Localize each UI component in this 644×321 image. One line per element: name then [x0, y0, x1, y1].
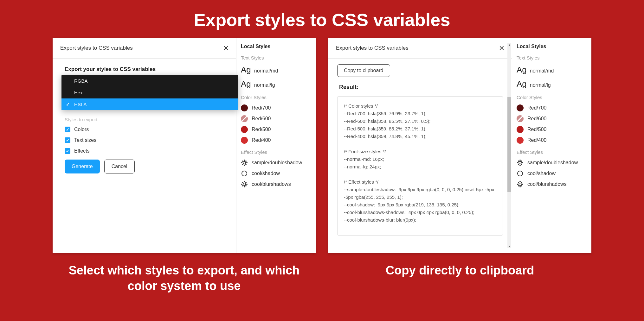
- scrollbar-thumb[interactable]: [507, 97, 511, 192]
- dropdown-option-hex[interactable]: Hex: [61, 87, 238, 98]
- checkbox-textsizes[interactable]: ✓: [65, 137, 70, 143]
- styles-to-export-label: Styles to export: [65, 117, 224, 122]
- color-style-item[interactable]: Red/400: [241, 137, 311, 144]
- plugin-modal-right: Export styles to CSS variables × Copy to…: [328, 38, 512, 253]
- color-style-item[interactable]: Red/600: [241, 115, 311, 122]
- color-styles-label: Color Styles: [241, 95, 311, 100]
- ag-icon: Ag: [517, 79, 527, 89]
- scrollbar-track[interactable]: ▴ ▾: [507, 43, 511, 248]
- left-caption: Select which styles to export, and which…: [54, 263, 314, 294]
- effect-style-label: cool/blurshadows: [527, 181, 567, 187]
- effect-style-label: cool/shadow: [252, 171, 280, 176]
- generate-button[interactable]: Generate: [65, 160, 100, 173]
- color-swatch: [517, 137, 524, 144]
- color-style-label: Red/600: [252, 116, 271, 122]
- color-style-item[interactable]: Red/400: [517, 137, 587, 144]
- checkbox-effects[interactable]: ✓: [65, 148, 70, 154]
- effect-styles-label: Effect Styles: [241, 149, 311, 155]
- checkbox-colors-row[interactable]: ✓ Colors: [65, 127, 224, 132]
- text-styles-label: Text Styles: [517, 55, 587, 60]
- color-style-label: Red/700: [527, 105, 547, 111]
- dropdown-option-rgba[interactable]: RGBA: [61, 75, 238, 87]
- color-style-item[interactable]: Red/500: [517, 126, 587, 133]
- color-style-label: Red/500: [527, 127, 547, 132]
- scroll-up-icon[interactable]: ▴: [507, 43, 511, 47]
- text-style-label: normal/lg: [254, 82, 275, 88]
- color-swatch: [517, 126, 524, 133]
- sun-icon: [241, 159, 248, 166]
- text-style-label: normal/md: [254, 68, 278, 74]
- sidebar-heading: Local Styles: [241, 44, 311, 49]
- sun-icon: [517, 159, 524, 166]
- close-icon[interactable]: ×: [499, 44, 504, 53]
- color-styles-label: Color Styles: [517, 95, 587, 100]
- scroll-down-icon[interactable]: ▾: [507, 244, 511, 248]
- effect-style-label: cool/shadow: [527, 171, 556, 176]
- ag-icon: Ag: [517, 65, 527, 75]
- dropdown-option-hsla[interactable]: HSLA: [61, 98, 238, 110]
- ag-icon: Ag: [241, 65, 251, 75]
- page-title: Export styles to CSS variables: [0, 0, 644, 38]
- text-style-item[interactable]: Agnormal/lg: [517, 79, 587, 89]
- color-style-item[interactable]: Red/600: [517, 115, 587, 122]
- color-swatch: [241, 137, 248, 144]
- sun-icon: [241, 181, 248, 188]
- sun-icon: [517, 181, 524, 188]
- effect-style-label: sample/doubleshadow: [527, 160, 578, 166]
- effect-style-item[interactable]: sample/doubleshadow: [241, 159, 311, 166]
- checkbox-effects-label: Effects: [74, 148, 90, 154]
- color-style-label: Red/500: [252, 127, 271, 132]
- local-styles-sidebar: Local Styles Text Styles Agnormal/md Agn…: [236, 38, 316, 253]
- ring-icon: [241, 170, 248, 177]
- color-swatch: [241, 115, 248, 122]
- effect-style-item[interactable]: cool/shadow: [241, 170, 311, 177]
- text-style-label: normal/lg: [530, 82, 551, 88]
- color-style-label: Red/600: [527, 116, 547, 122]
- checkbox-colors[interactable]: ✓: [65, 127, 70, 132]
- ring-icon: [517, 170, 524, 177]
- effect-style-item[interactable]: cool/blurshadows: [241, 181, 311, 188]
- effect-styles-label: Effect Styles: [517, 149, 587, 155]
- plugin-modal-left: Export styles to CSS variables × Export …: [53, 38, 236, 253]
- result-label: Result:: [339, 84, 503, 91]
- checkbox-textsizes-label: Text sizes: [74, 137, 96, 143]
- text-style-item[interactable]: Agnormal/lg: [241, 79, 311, 89]
- sidebar-heading: Local Styles: [517, 44, 587, 49]
- local-styles-sidebar: Local Styles Text Styles Agnormal/md Agn…: [512, 38, 591, 253]
- effect-style-item[interactable]: sample/doubleshadow: [517, 159, 587, 166]
- color-format-dropdown[interactable]: RGBA Hex HSLA: [61, 75, 238, 110]
- color-style-item[interactable]: Red/700: [517, 104, 587, 111]
- ag-icon: Ag: [241, 79, 251, 89]
- modal-title: Export styles to CSS variables: [60, 45, 133, 51]
- color-style-label: Red/400: [527, 137, 547, 143]
- left-panel: Export styles to CSS variables × Export …: [53, 38, 316, 253]
- text-style-label: normal/md: [530, 68, 554, 74]
- color-swatch: [241, 104, 248, 111]
- right-panel: Export styles to CSS variables × Copy to…: [328, 38, 591, 253]
- effect-style-label: sample/doubleshadow: [252, 160, 302, 166]
- checkbox-colors-label: Colors: [74, 127, 89, 132]
- copy-clipboard-button[interactable]: Copy to clipboard: [337, 64, 390, 77]
- text-styles-label: Text Styles: [241, 55, 311, 60]
- color-style-label: Red/400: [252, 137, 271, 143]
- right-caption: Copy directly to clipboard: [386, 263, 534, 278]
- text-style-item[interactable]: Agnormal/md: [517, 65, 587, 75]
- effect-style-label: cool/blurshadows: [252, 181, 291, 187]
- text-style-item[interactable]: Agnormal/md: [241, 65, 311, 75]
- color-swatch: [517, 115, 524, 122]
- color-style-label: Red/700: [252, 105, 271, 111]
- result-code[interactable]: /* Color styles */ --Red-700: hsla(359, …: [337, 96, 503, 236]
- effect-style-item[interactable]: cool/blurshadows: [517, 181, 587, 188]
- modal-title: Export styles to CSS variables: [336, 45, 409, 51]
- effect-style-item[interactable]: cool/shadow: [517, 170, 587, 177]
- checkbox-textsizes-row[interactable]: ✓ Text sizes: [65, 137, 224, 143]
- checkbox-effects-row[interactable]: ✓ Effects: [65, 148, 224, 154]
- close-icon[interactable]: ×: [223, 44, 229, 53]
- color-swatch: [241, 126, 248, 133]
- export-heading: Export your styles to CSS variables: [65, 66, 224, 72]
- cancel-button[interactable]: Cancel: [104, 160, 135, 173]
- color-style-item[interactable]: Red/500: [241, 126, 311, 133]
- color-swatch: [517, 104, 524, 111]
- color-style-item[interactable]: Red/700: [241, 104, 311, 111]
